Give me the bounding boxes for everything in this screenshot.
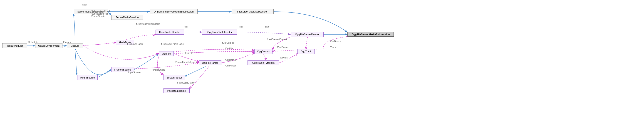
- label-fdemuxedtrackstable: fDemuxedTracksTable: [161, 43, 184, 45]
- node-hash-table-iterator: HashTable::Iterator: [156, 30, 184, 35]
- label-fparentsession: fParentSession: [91, 15, 106, 18]
- label-fparserforinitialization: fParserForInitialization: [175, 61, 197, 64]
- node-medium: Medium: [67, 43, 83, 48]
- label-fpacketsizetable: fPacketSizeTable: [177, 81, 194, 84]
- node-media-source: MediaSource: [77, 75, 98, 80]
- label-fsubsessionstail: fSubsessionsTail: [91, 13, 108, 15]
- label-fnext: fNext: [82, 4, 87, 6]
- node-ogg-track-table-iterator: OggTrackTableIterator: [202, 30, 237, 35]
- diagram-arrows: [0, 0, 644, 132]
- node-packet-size-table: PacketSizeTable: [164, 88, 190, 93]
- label-finputsource1: fInputSource: [128, 71, 140, 74]
- node-task-scheduler: TaskScheduler: [2, 43, 27, 48]
- node-ogg-demux: OggDemux: [254, 49, 272, 54]
- node-ogg-file-server-demux: OggFileServerDemux: [291, 32, 324, 37]
- svg-line-3: [98, 70, 111, 78]
- node-on-demand-server-media-subsession: OnDemandServerMediaSubsession: [150, 9, 198, 14]
- label-fscheduler: fScheduler: [28, 41, 38, 44]
- diagram-container: TaskScheduler UsageEnvironment Medium Se…: [0, 0, 644, 132]
- node-ogg-file-server-media-subsession: OggFileServerMediaSubsession: [348, 32, 394, 37]
- node-file-server-media-subsession: FileServerMediaSubsession: [232, 9, 274, 14]
- label-fourdemux1: fOurDemux: [225, 59, 236, 61]
- label-fdemuxestable: fDemuxesTable: [127, 43, 143, 45]
- svg-line-4: [185, 66, 206, 76]
- label-filter2: filter: [239, 26, 243, 28]
- label-flastcreateddemux: fLastCreatedDemux: [267, 38, 287, 41]
- node-ogg-file: OggFile: [159, 51, 174, 56]
- label-fenviron: fEnviron: [63, 41, 72, 44]
- node-usage-environment: UsageEnvironment: [35, 43, 62, 48]
- label-fourdemux3: fOurDemux: [330, 40, 341, 43]
- label-filter1: filter: [184, 26, 188, 28]
- label-filter3: filter: [265, 26, 270, 28]
- label-fouroggfile: fOurOggFile: [222, 42, 234, 44]
- node-ogg-file-parser: OggFileParser: [199, 60, 222, 65]
- label-fourfile1: fOurFile: [185, 52, 193, 54]
- node-server-media-session: ServerMediaSession: [111, 15, 143, 20]
- label-fourdemux2: fOurDemux: [277, 46, 288, 49]
- label-vtohdrs: vtoHdrs: [280, 56, 288, 59]
- label-fourfile2: fOurFile: [225, 47, 233, 50]
- label-fdestinations: fDestinationsHashTable: [136, 23, 160, 25]
- label-fourparser: fOurParser: [225, 64, 236, 67]
- node-ogg-track: OggTrack: [298, 49, 314, 54]
- label-ftrack: fTrack: [330, 46, 336, 49]
- label-finputsource2: fInputSource: [152, 69, 166, 71]
- label-fsubsessionshead: fSubsessionsHead: [91, 10, 110, 13]
- node-stream-parser: StreamParser: [164, 75, 185, 80]
- node-ogg-track-vtohdrs: OggTrack::_vtoHdrs: [248, 60, 279, 65]
